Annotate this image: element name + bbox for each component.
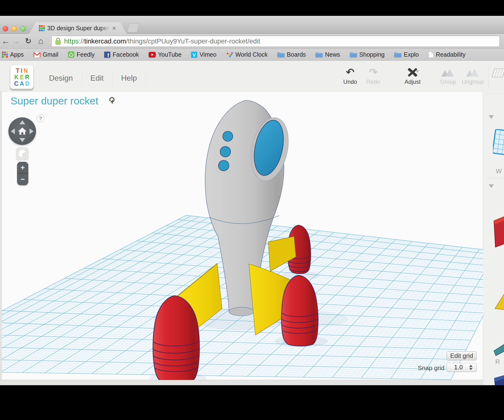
view-navigation-control[interactable] [8,117,36,145]
bookmark-shopping[interactable]: Shopping [350,51,385,58]
snap-grid-label: Snap grid [396,364,444,372]
stepper-arrows-icon[interactable] [469,365,473,370]
window-edge [0,91,2,385]
section-collapse-icon[interactable] [489,115,494,119]
workplane-thumbnail-label: W [496,168,502,175]
rotate-down-icon[interactable] [19,138,25,142]
view-cube-button[interactable] [16,147,29,160]
zoom-out-button[interactable]: − [17,174,28,185]
cube-icon [18,149,26,158]
folder-icon [350,52,357,58]
rotate-right-icon[interactable] [30,128,34,134]
rotate-up-icon[interactable] [19,120,25,124]
menu-edit[interactable]: Edit [82,70,113,86]
reload-icon[interactable]: ↻ [23,36,34,46]
rotate-left-icon[interactable] [11,128,15,134]
back-icon[interactable]: ← [0,36,11,46]
bookmark-explo[interactable]: Explo [394,51,419,58]
bookmark-youtube[interactable]: YouTube [149,51,181,58]
bookmark-readability[interactable]: Readability [428,51,466,58]
design-title[interactable]: Super duper rocket [11,95,98,107]
svg-text:f: f [108,52,109,58]
window-bottom-edge [0,380,483,385]
menu-help[interactable]: Help [113,70,146,86]
undo-icon: ↶ [346,67,354,77]
refresh-icon[interactable]: ⟳ [107,97,117,104]
3d-scene[interactable] [2,91,483,380]
lock-icon [55,37,61,45]
menu-design[interactable]: Design [40,70,82,86]
svg-text:V: V [193,52,196,58]
tab-close-icon[interactable]: ✕ [112,26,116,31]
menu-bar: Design Edit Help [40,70,146,86]
bookmark-feedly[interactable]: Feedly [68,51,95,58]
chevron-down-icon [415,70,419,73]
edit-grid-button[interactable]: Edit grid [447,351,477,360]
workplane-tool-icon[interactable] [491,66,504,79]
help-button[interactable]: ? [36,114,45,122]
world-clock-icon [226,52,233,58]
yellow-cone-thumbnail[interactable] [494,290,504,312]
bookmark-apps[interactable]: Apps [2,51,24,58]
folder-icon [277,52,285,58]
zoom-control: + − [17,162,28,185]
tinkercad-favicon [39,25,45,31]
feedly-icon [68,51,74,58]
bookmark-vimeo[interactable]: V Vimeo [191,51,216,58]
home-view-icon[interactable] [18,127,27,135]
address-bar[interactable]: https://tinkercad.com/things/cptPUuy9YuT… [51,36,500,47]
zoom-window-button[interactable] [20,26,26,31]
page-icon [428,51,434,58]
forward-icon: → [11,36,21,46]
desktop-background [0,385,504,420]
redo-button: ↷ Redo [362,66,385,85]
app-toolbar: T I N K E R C A D Design Edit Help ↶ Und [0,61,504,91]
adjust-icon [406,67,419,78]
bookmarks-bar: Apps Gmail Feedly f Facebook [0,49,504,61]
bookmark-news[interactable]: News [315,51,340,58]
section-collapse-icon[interactable] [489,184,494,188]
apps-grid-icon [2,52,8,58]
shapes-sidebar: W R [483,91,504,385]
vimeo-icon: V [191,52,197,58]
zoom-in-button[interactable]: + [17,162,28,174]
facebook-icon: f [104,52,110,58]
browser-toolbar: ← → ↻ ⌂ https://tinkercad.com/things/cpt… [0,34,504,49]
new-tab-button[interactable] [127,23,139,32]
browser-tab-bar: 3D design Super duper roc ✕ [0,16,504,34]
minimize-window-button[interactable] [12,26,17,31]
action-buttons: ↶ Undo ↷ Redo Adjust Group [339,66,504,90]
tab-title: 3D design Super duper roc [47,25,109,32]
rocket-nozzle-base [229,307,254,316]
bookmark-gmail[interactable]: Gmail [33,51,58,58]
navy-box-thumbnail[interactable] [494,374,504,385]
youtube-icon [149,52,156,58]
adjust-button[interactable]: Adjust [398,66,427,85]
browser-tab[interactable]: 3D design Super duper roc ✕ [29,22,127,34]
bookmark-world-clock[interactable]: World Clock [226,51,268,58]
folder-icon [394,52,402,58]
folder-icon [315,52,323,58]
undo-button[interactable]: ↶ Undo [339,66,362,85]
group-button: Group [437,66,460,85]
close-window-button[interactable] [3,26,8,31]
home-icon[interactable]: ⌂ [36,36,46,46]
workplane-thumbnail[interactable] [493,129,504,156]
ungroup-icon [466,68,480,77]
bookmark-boards[interactable]: Boards [277,51,306,58]
teal-shape-thumbnail[interactable] [493,341,504,357]
snap-grid-value: 1.0 [454,364,463,371]
group-icon [441,68,455,77]
url-text: https://tinkercad.com/things/cptPUuy9YuT… [64,37,260,45]
snap-grid-select[interactable]: 1.0 [447,363,477,372]
red-box-thumbnail[interactable] [493,214,504,250]
ungroup-button: Ungroup [460,66,486,85]
screen: 3D design Super duper roc ✕ ← → ↻ ⌂ http… [0,0,504,420]
redo-icon: ↷ [369,67,377,77]
tinkercad-logo[interactable]: T I N K E R C A D [10,65,34,89]
bookmark-facebook[interactable]: f Facebook [104,51,139,58]
gmail-icon [33,52,41,58]
